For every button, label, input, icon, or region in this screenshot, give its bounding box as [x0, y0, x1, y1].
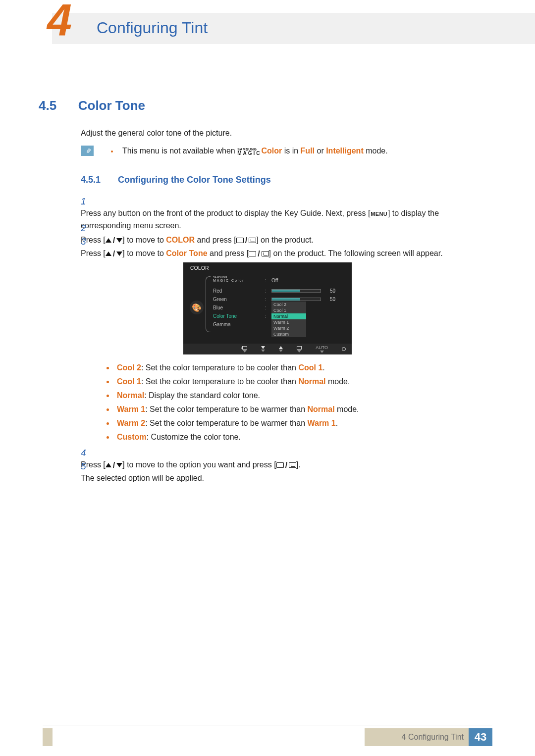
explain-text: . [336, 419, 338, 427]
explain-text: : Set the color temperature to be cooler… [141, 363, 299, 372]
osd-value-off: Off [271, 278, 278, 283]
osd-option-warm2: Warm 2 [271, 325, 306, 331]
osd-foot-enter-icon [297, 346, 302, 353]
section-title: Color Tone [78, 98, 145, 113]
chapter-number: 4 [47, 0, 70, 46]
osd-screenshot: COLOR 🎨 SAMSUNGMAGIC Color Red Green Blu… [183, 262, 352, 354]
osd-option-cool1: Cool 1 [271, 307, 306, 313]
step-text: Press [ [81, 249, 106, 257]
section-number: 4.5 [39, 98, 76, 113]
osd-slider-value: 50 [330, 287, 335, 295]
osd-item-blue: Blue [208, 303, 263, 312]
osd-options-list: Cool 2 Cool 1 Normal Warm 1 Warm 2 Custo… [271, 302, 306, 337]
note-icon [81, 146, 94, 156]
step-number: 4 [81, 447, 96, 459]
step-5: 5 The selected option will be applied. [81, 460, 488, 484]
note-mid: is in [282, 147, 300, 155]
explain-ref: Normal [307, 405, 334, 413]
osd-magic-color-text: Color [231, 279, 245, 282]
step-number: 5 [81, 460, 96, 472]
explain-warm2: Warm 2: Set the color temperature to be … [105, 417, 488, 430]
footer-chapter-label: 4 Configuring Tint [365, 728, 469, 746]
note-color-word: Color [261, 147, 282, 155]
samsung-magic-label: SAMSUNGMAGIC [237, 148, 261, 155]
explain-text: mode. [326, 377, 350, 386]
note-or: or [315, 147, 326, 155]
step-3: 3 Press [/] to move to Color Tone and pr… [81, 236, 488, 260]
palette-icon: 🎨 [190, 301, 204, 314]
section-intro: Adjust the general color tone of the pic… [81, 129, 232, 138]
subsection-number: 4.5.1 [81, 175, 115, 185]
explain-term: Warm 1 [117, 405, 145, 413]
osd-foot-down-icon [261, 346, 265, 352]
note-text: This menu is not available when SAMSUNGM… [122, 147, 388, 155]
magic-text: MAGIC [237, 151, 261, 155]
step-number: 2 [81, 222, 96, 234]
step-number: 3 [81, 236, 96, 248]
step-text: ] on the product. The following screen w… [269, 249, 443, 257]
osd-footer-buttons: AUTO [183, 344, 352, 354]
explain-text: : Set the color temperature to be warmer… [145, 419, 307, 427]
osd-slider-red [271, 289, 321, 293]
step-text: Press any button on the front of the pro… [81, 209, 370, 217]
step-text: and press [ [208, 249, 249, 257]
step-text: ] to move to [122, 249, 166, 257]
note-pre: This menu is not available when [122, 147, 237, 155]
explain-cool1: Cool 1: Set the color temperature to be … [105, 375, 488, 388]
osd-item-colortone: Color Tone [208, 312, 263, 320]
explain-warm1: Warm 1: Set the color temperature to be … [105, 403, 488, 416]
option-explanations: Cool 2: Set the color temperature to be … [105, 361, 488, 445]
osd-option-warm1: Warm 1 [271, 319, 306, 325]
osd-slider-value: 50 [330, 295, 335, 303]
osd-menu-list: SAMSUNGMAGIC Color Red Green Blue Color … [208, 276, 263, 329]
step-text: The selected option will be applied. [81, 472, 473, 484]
explain-term: Custom [117, 433, 147, 441]
step-number: 1 [81, 196, 96, 207]
explain-ref: Warm 1 [307, 419, 335, 427]
bullet-icon [111, 151, 113, 152]
subsection-title: Configuring the Color Tone Settings [118, 175, 271, 185]
osd-title: COLOR [190, 265, 209, 271]
menu-button-icon: MENU [370, 208, 388, 220]
explain-term: Cool 1 [117, 377, 141, 386]
osd-item-green: Green [208, 295, 263, 303]
explain-normal: Normal: Display the standard color tone. [105, 389, 488, 402]
osd-option-normal: Normal [271, 313, 306, 319]
explain-text: : Customize the color tone. [147, 433, 241, 441]
osd-foot-back-icon [242, 346, 247, 353]
explain-cool2: Cool 2: Set the color temperature to be … [105, 361, 488, 374]
colortone-keyword: Color Tone [166, 249, 207, 257]
explain-term: Normal [117, 391, 144, 400]
up-down-icon: / [106, 248, 122, 260]
explain-text: : Set the color temperature to be warmer… [145, 405, 307, 413]
osd-values: Off 50 50 Cool 2 Cool 1 Normal Warm 1 Wa… [271, 276, 343, 303]
osd-item-gamma: Gamma [208, 320, 263, 329]
osd-option-custom: Custom [271, 331, 306, 337]
explain-term: Warm 2 [117, 419, 145, 427]
osd-item-red: Red [208, 287, 263, 295]
explain-term: Cool 2 [117, 363, 141, 372]
section-heading: 4.5 Color Tone [39, 98, 145, 113]
osd-foot-auto: AUTO [316, 345, 328, 353]
note-intelligent: Intelligent [326, 147, 364, 155]
chapter-title: Configuring Tint [97, 19, 208, 37]
footer-stub [43, 728, 53, 746]
footer-divider [43, 725, 492, 725]
explain-ref: Normal [298, 377, 325, 386]
note-post: mode. [364, 147, 388, 155]
subsection-heading: 4.5.1 Configuring the Color Tone Setting… [81, 175, 271, 185]
osd-magic-text: MAGIC [213, 279, 229, 282]
osd-foot-up-icon [279, 346, 283, 352]
note-full: Full [301, 147, 315, 155]
explain-custom: Custom: Customize the color tone. [105, 431, 488, 444]
footer-page-number: 43 [469, 728, 492, 746]
explain-text: . [322, 363, 324, 372]
osd-item-magic-color: SAMSUNGMAGIC Color [208, 276, 263, 285]
osd-colons: ::::: [265, 276, 267, 320]
explain-text: mode. [335, 405, 359, 413]
explain-text: : Set the color temperature to be cooler… [141, 377, 299, 386]
osd-foot-power-icon [342, 347, 346, 352]
osd-slider-green [271, 298, 321, 301]
explain-text: : Display the standard color tone. [144, 391, 260, 400]
explain-ref: Cool 1 [298, 363, 322, 372]
